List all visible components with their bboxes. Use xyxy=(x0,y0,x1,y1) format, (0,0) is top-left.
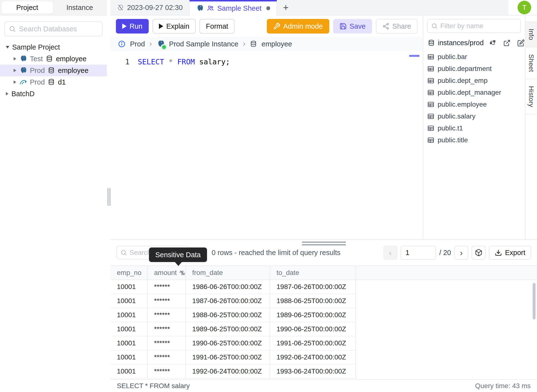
table-list-item[interactable]: public.salary xyxy=(427,110,521,122)
chevron-right-icon[interactable] xyxy=(14,57,16,60)
sql-editor[interactable]: 1 SELECT * FROM salary; xyxy=(111,51,423,239)
table-cell: 1989-06-25T00:00:00Z xyxy=(186,322,270,336)
explain-button[interactable]: Explain xyxy=(153,19,196,34)
tree-item-sample-project[interactable]: Sample Project xyxy=(0,41,107,53)
tree-item-prod-employee[interactable]: Prod employee xyxy=(0,65,107,76)
play-icon xyxy=(122,24,127,29)
results-panel: 0 rows - reached the limit of query resu… xyxy=(111,239,537,392)
database-icon xyxy=(48,67,55,74)
table-cell: 1992-06-24T00:00:00Z xyxy=(270,350,356,365)
prev-page-button[interactable]: ‹ xyxy=(383,246,397,260)
code-line[interactable]: 1 SELECT * FROM salary; xyxy=(111,56,423,68)
table-name: public.dept_manager xyxy=(438,89,501,96)
table-cell: 10001 xyxy=(111,365,148,379)
run-button[interactable]: Run xyxy=(116,19,149,34)
editor-toolbar: Run Explain Format Admin mode xyxy=(111,16,423,37)
tab-history[interactable]: History xyxy=(525,79,537,114)
breadcrumb: Prod › Prod Sample Instance › employee xyxy=(111,37,423,51)
table-cell-filler xyxy=(356,336,537,350)
tree-item-test-employee[interactable]: Test employee xyxy=(0,53,107,65)
database-icon xyxy=(48,78,55,86)
table-filter-input[interactable] xyxy=(440,22,517,30)
unlink-icon xyxy=(117,4,124,11)
tab-instance[interactable]: Instance xyxy=(54,1,105,14)
tree-item-batchd[interactable]: BatchD xyxy=(0,88,107,100)
table-list-item[interactable]: public.t1 xyxy=(427,122,521,134)
cube-icon xyxy=(475,249,483,256)
next-page-button[interactable]: › xyxy=(454,246,468,260)
chevron-right-icon[interactable] xyxy=(14,80,16,84)
project-label: Sample Project xyxy=(12,43,60,51)
table-list-item[interactable]: public.bar xyxy=(427,51,521,63)
chevron-right-icon[interactable] xyxy=(6,92,9,95)
chevron-down-icon[interactable] xyxy=(6,46,9,49)
page-number-input[interactable] xyxy=(401,246,436,260)
drag-handle-icon[interactable] xyxy=(108,188,110,206)
table-icon xyxy=(427,65,434,72)
table-cell: 1989-06-25T00:00:00Z xyxy=(270,308,356,322)
scrollbar-thumb[interactable] xyxy=(533,283,536,319)
cube-button[interactable] xyxy=(472,246,485,260)
sheet-tab-unsaved[interactable]: 2023-09-27 02:30 xyxy=(111,0,190,15)
panel-drag-handle-icon[interactable] xyxy=(302,242,346,247)
admin-mode-button[interactable]: Admin mode xyxy=(267,19,329,34)
tab-sheet[interactable]: Sheet xyxy=(525,47,537,79)
external-link-icon[interactable] xyxy=(503,39,511,47)
schema-diagram-icon[interactable] xyxy=(489,39,496,47)
save-button[interactable]: Save xyxy=(333,19,372,34)
table-cell: ****** xyxy=(148,350,186,365)
share-icon xyxy=(382,23,390,30)
table-cell: 1991-06-25T00:00:00Z xyxy=(270,336,356,350)
export-button[interactable]: Export xyxy=(489,246,531,260)
search-icon xyxy=(9,25,16,33)
table-cell: ****** xyxy=(148,336,186,350)
table-cell: 1993-06-24T00:00:00Z xyxy=(270,365,356,379)
table-cell: 10001 xyxy=(111,336,148,350)
share-button[interactable]: Share xyxy=(376,19,417,34)
table-list-item[interactable]: public.title xyxy=(427,134,521,146)
chevron-right-icon: › xyxy=(149,39,152,47)
column-header[interactable]: from_date xyxy=(186,266,270,280)
table-row[interactable]: 10001******1992-06-24T00:00:00Z1993-06-2… xyxy=(111,365,537,379)
breadcrumb-environment[interactable]: Prod xyxy=(130,40,145,48)
database-search[interactable] xyxy=(4,21,103,36)
table-list-item[interactable]: public.dept_manager xyxy=(427,86,521,98)
sql-text: salary; xyxy=(199,58,230,66)
table-row[interactable]: 10001******1988-06-25T00:00:00Z1989-06-2… xyxy=(111,308,537,322)
table-list-item[interactable]: public.department xyxy=(427,63,521,75)
mysql-icon xyxy=(19,78,27,86)
tab-project[interactable]: Project xyxy=(1,1,53,14)
tab-info[interactable]: Info xyxy=(525,21,537,47)
table-list-item[interactable]: public.employee xyxy=(427,98,521,110)
schema-panel: instances/prod xyxy=(423,16,525,239)
database-label: employee xyxy=(56,55,87,63)
database-search-input[interactable] xyxy=(19,25,98,33)
table-row[interactable]: 10001******1989-06-25T00:00:00Z1990-06-2… xyxy=(111,322,537,336)
environment-label: Prod xyxy=(30,78,45,86)
edit-icon[interactable] xyxy=(517,39,525,47)
tree-item-prod-d1[interactable]: Prod d1 xyxy=(0,76,107,88)
breadcrumb-database[interactable]: employee xyxy=(261,40,292,48)
postgres-icon xyxy=(19,67,27,74)
avatar[interactable]: T xyxy=(518,1,531,14)
sidebar-resize-divider[interactable] xyxy=(107,0,111,392)
chevron-right-icon[interactable] xyxy=(14,69,16,72)
table-row[interactable]: 10001******1986-06-26T00:00:00Z1987-06-2… xyxy=(111,280,537,294)
info-icon[interactable] xyxy=(118,40,126,48)
table-list-item[interactable]: public.dept_emp xyxy=(427,75,521,86)
table-row[interactable]: 10001******1990-06-25T00:00:00Z1991-06-2… xyxy=(111,336,537,350)
table-cell: 10001 xyxy=(111,280,148,294)
column-header-masked[interactable]: amount xyxy=(148,266,186,280)
line-number: 1 xyxy=(111,56,130,68)
table-row[interactable]: 10001******1991-06-25T00:00:00Z1992-06-2… xyxy=(111,350,537,365)
table-filter[interactable] xyxy=(427,19,521,33)
table-row[interactable]: 10001******1987-06-26T00:00:00Z1988-06-2… xyxy=(111,294,537,308)
column-header[interactable]: emp_no xyxy=(111,266,148,280)
table-name: public.salary xyxy=(438,112,476,120)
breadcrumb-instance[interactable]: Prod Sample Instance xyxy=(169,40,238,48)
format-button[interactable]: Format xyxy=(199,19,234,34)
scroll-ruler-mark xyxy=(409,55,419,57)
sheet-tab-sample-sheet[interactable]: Sample Sheet xyxy=(190,0,277,16)
column-header[interactable]: to_date xyxy=(270,266,356,280)
new-tab-button[interactable]: + xyxy=(277,0,294,15)
